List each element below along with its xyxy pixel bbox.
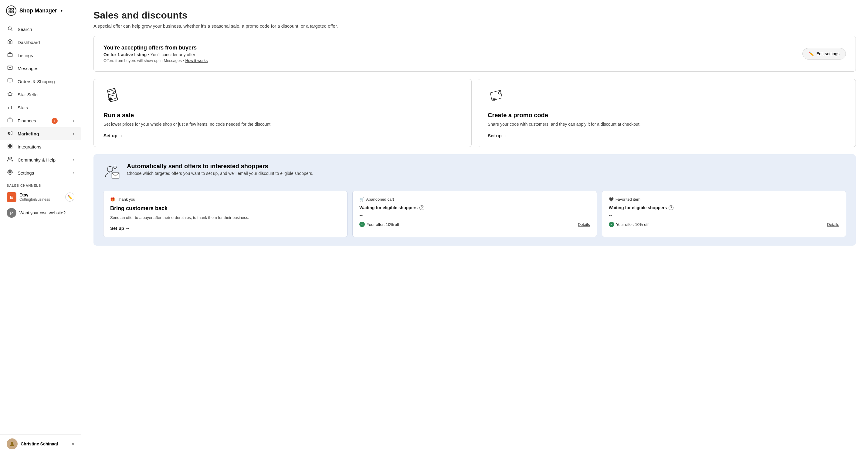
etsy-shop: CuttingforBusiness [20, 198, 62, 202]
abandoned-type: 🛒 Abandoned cart [359, 197, 590, 202]
run-sale-title: Run a sale [103, 112, 462, 119]
svg-line-23 [110, 93, 114, 94]
sidebar-item-listings[interactable]: Listings [0, 49, 81, 62]
svg-marker-9 [8, 92, 12, 96]
user-name: Christine Schinagl [21, 442, 69, 446]
svg-rect-1 [12, 8, 14, 10]
sidebar-item-orders-shipping[interactable]: Orders & Shipping [0, 75, 81, 88]
sidebar-item-label: Marketing [18, 131, 39, 136]
sidebar-item-label: Integrations [18, 144, 41, 149]
auto-card-favorited: 🖤 Favorited item Waiting for eligible sh… [602, 191, 846, 237]
favorited-waiting-text: Waiting for eligible shoppers ? [609, 205, 839, 210]
sales-channels-label: SALES CHANNELS [0, 179, 81, 189]
abandoned-details-link[interactable]: Details [578, 222, 590, 227]
offer-banner-text: You're accepting offers from buyers On f… [103, 44, 208, 63]
website-icon: P [7, 208, 17, 218]
svg-rect-3 [12, 11, 14, 13]
sidebar-navigation: Search Dashboard Listings [0, 20, 81, 434]
favorited-info-icon: ? [669, 205, 674, 210]
cart-icon: 🛒 [359, 197, 364, 202]
svg-rect-15 [11, 144, 12, 145]
etsy-edit-button[interactable]: ✏️ [65, 192, 74, 202]
run-sale-card: % Run a sale Set lower prices for your w… [93, 79, 472, 147]
favorited-details-link[interactable]: Details [827, 222, 839, 227]
star-icon [7, 91, 13, 98]
chevron-down-icon: ▾ [61, 9, 63, 13]
sidebar-item-settings[interactable]: Settings › [0, 167, 81, 179]
community-chevron-icon: › [73, 158, 74, 162]
sidebar-item-label: Listings [18, 53, 33, 58]
abandoned-offer-left: ✓ Your offer: 10% off [359, 222, 399, 227]
svg-rect-2 [9, 11, 11, 13]
collapse-sidebar-button[interactable]: « [72, 441, 74, 447]
abandoned-waiting-text: Waiting for eligible shoppers ? [359, 205, 590, 210]
svg-rect-17 [11, 147, 12, 148]
integrations-icon [7, 143, 13, 150]
etsy-info: Etsy CuttingforBusiness [20, 192, 62, 202]
shop-manager-label: Shop Manager [20, 8, 57, 14]
edit-settings-button[interactable]: ✏️ Edit settings [802, 48, 846, 60]
finances-chevron-icon: › [73, 119, 74, 123]
auto-send-header-text: Automatically send offers to interested … [127, 163, 313, 176]
finances-icon [7, 117, 13, 124]
promo-code-description: Share your code with customers, and they… [488, 121, 846, 127]
promo-code-icon: % [488, 88, 846, 108]
sidebar-item-search[interactable]: Search [0, 23, 81, 36]
offer-banner: You're accepting offers from buyers On f… [93, 36, 856, 72]
etsy-channel-item[interactable]: E Etsy CuttingforBusiness ✏️ [0, 189, 81, 205]
how-it-works-link[interactable]: How it works [185, 58, 208, 63]
sidebar-item-community-help[interactable]: Community & Help › [0, 153, 81, 167]
run-sale-description: Set lower prices for your whole shop or … [103, 121, 462, 127]
sidebar-item-integrations[interactable]: Integrations [0, 140, 81, 153]
abandoned-dash: -- [359, 213, 590, 218]
run-sale-icon: % [103, 88, 462, 108]
want-website-item[interactable]: P Want your own website? [0, 205, 81, 221]
offer-banner-consider: • You'll consider any offer [148, 52, 195, 57]
abandoned-check-icon: ✓ [359, 222, 365, 227]
etsy-name: Etsy [20, 192, 62, 198]
sidebar-item-messages[interactable]: Messages [0, 62, 81, 75]
stats-icon [7, 104, 13, 111]
heart-icon: 🖤 [609, 197, 614, 202]
sidebar-item-stats[interactable]: Stats [0, 101, 81, 114]
sidebar-item-dashboard[interactable]: Dashboard [0, 36, 81, 49]
svg-text:%: % [109, 98, 111, 100]
marketing-icon [7, 130, 13, 137]
promo-code-card: % Create a promo code Share your code wi… [478, 79, 856, 147]
thankyou-setup-link[interactable]: Set up → [110, 225, 130, 231]
auto-send-subtitle: Choose which targeted offers you want to… [127, 171, 313, 176]
auto-send-title: Automatically send offers to interested … [127, 163, 313, 170]
abandoned-offer-confirm: ✓ Your offer: 10% off Details [359, 222, 590, 227]
listings-icon [7, 52, 13, 59]
offer-banner-subtitle: On for 1 active listing • You'll conside… [103, 52, 208, 57]
sidebar-item-marketing[interactable]: Marketing › [0, 127, 81, 140]
abandoned-info-icon: ? [420, 205, 424, 210]
thankyou-title: Bring customers back [110, 205, 341, 212]
sidebar-item-label: Messages [18, 66, 38, 71]
svg-point-31 [114, 166, 117, 169]
marketing-chevron-icon: › [73, 132, 74, 136]
auto-send-header: Automatically send offers to interested … [103, 163, 846, 184]
shop-manager-title[interactable]: Shop Manager ▾ [6, 5, 75, 16]
want-website-label: Want your own website? [20, 210, 66, 215]
auto-send-cards: 🎁 Thank you Bring customers back Send an… [103, 191, 846, 237]
search-icon [7, 26, 13, 33]
sidebar: Shop Manager ▾ Search Dashboard [0, 0, 81, 453]
finances-badge: 1 [52, 118, 58, 124]
promo-code-setup-link[interactable]: Set up → [488, 133, 507, 138]
favorited-dash: -- [609, 213, 839, 218]
sidebar-item-star-seller[interactable]: Star Seller [0, 88, 81, 101]
sidebar-item-label: Stats [18, 105, 28, 110]
thankyou-description: Send an offer to a buyer after their ord… [110, 215, 341, 221]
run-sale-setup-link[interactable]: Set up → [103, 133, 123, 138]
svg-rect-0 [9, 8, 11, 10]
orders-icon [7, 78, 13, 85]
svg-point-20 [11, 442, 13, 444]
sidebar-item-label: Settings [18, 170, 34, 176]
sidebar-item-label: Star Seller [18, 92, 39, 97]
sidebar-item-label: Finances [18, 118, 36, 123]
messages-icon [7, 65, 13, 72]
sidebar-item-finances[interactable]: Finances 1 › [0, 114, 81, 127]
svg-point-27 [498, 92, 501, 94]
page-title: Sales and discounts [93, 10, 856, 21]
